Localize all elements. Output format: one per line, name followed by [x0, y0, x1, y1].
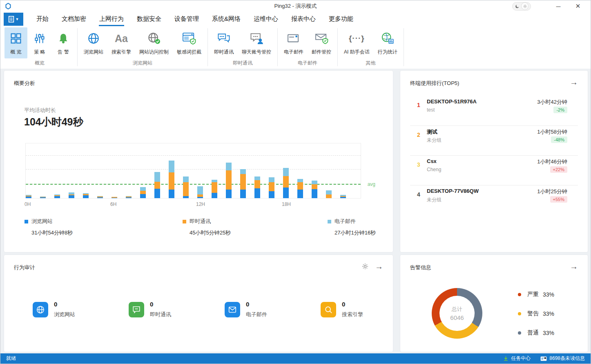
- overview-panel-title: 概要分析: [14, 80, 35, 87]
- top5-row-4[interactable]: 4 DESKTOP-77V86QW 未分组 1小时25分钟 +55%: [410, 185, 578, 215]
- app-window: Ping32 - 演示模式 ─ ✕ ▼ 开始 文档加密 上网行为 数据安全 设备…: [0, 0, 591, 364]
- rank-number: 1: [417, 102, 420, 108]
- bell-icon: [58, 31, 69, 46]
- arrow-right-icon[interactable]: →: [570, 262, 578, 270]
- bar-19H: [297, 179, 303, 198]
- moon-icon[interactable]: [515, 4, 520, 9]
- bar-segment: [283, 168, 289, 176]
- close-button[interactable]: ✕: [572, 1, 584, 11]
- title-bar: Ping32 - 演示模式 ─ ✕: [0, 0, 591, 12]
- browse-websites-button[interactable]: 浏览网站: [80, 27, 107, 58]
- mail-shield-icon: [314, 31, 328, 46]
- ribbon-group-im: 即时通讯 聊天账号管控 即时通讯: [208, 27, 277, 69]
- tab-more-features[interactable]: 更多功能: [322, 12, 360, 26]
- overview-button[interactable]: 概 览: [4, 27, 27, 58]
- tab-report-center[interactable]: 报表中心: [285, 12, 322, 26]
- terminal-ranking-panel: 终端使用排行(TOP5) → 1 DESKTOP-51R976A test 3小…: [400, 70, 588, 252]
- behavior-audit-panel: 行为审计 → 0浏览网站 0即时通讯: [4, 255, 393, 352]
- unread-messages-button[interactable]: 8698条未读信息: [540, 355, 585, 362]
- stat-label: 浏览网站: [54, 311, 75, 318]
- ribbon-group-label: 概览: [35, 58, 45, 69]
- tab-device-management[interactable]: 设备管理: [168, 12, 205, 26]
- stat-value: 0: [246, 301, 267, 308]
- bar-segment: [240, 190, 246, 198]
- aa-icon: Aa: [115, 31, 128, 46]
- stat-label: 搜索引擎: [342, 311, 363, 318]
- usage-time: 1小时46分钟: [537, 158, 567, 165]
- top5-row-3[interactable]: 3 Csx Cheng 1小时46分钟 +22%: [410, 156, 578, 185]
- bar-segment: [312, 184, 317, 189]
- arrow-right-icon[interactable]: →: [375, 262, 383, 270]
- usage-time: 1小时25分钟: [537, 188, 567, 195]
- mail-control-button[interactable]: 邮件管控: [308, 27, 335, 58]
- ai-assistant-session-button[interactable]: {···} AI 助手会话: [340, 27, 373, 58]
- status-ready: 就绪: [6, 355, 16, 362]
- bar-segment: [283, 176, 289, 188]
- tab-ops-center[interactable]: 运维中心: [247, 12, 285, 26]
- gridline: [26, 155, 361, 156]
- stat-browse-websites: 0浏览网站: [33, 301, 75, 318]
- ribbon-group-browsing: 浏览网站 Aa 搜索引擎 网站访问控制 敏感词拦截: [78, 27, 207, 69]
- behavior-statistics-button[interactable]: 行为统计: [374, 27, 401, 58]
- terminal-group: 未分组: [427, 197, 442, 203]
- task-center-button[interactable]: 任务中心: [503, 355, 531, 362]
- tab-internet-behavior[interactable]: 上网行为: [93, 12, 130, 26]
- tab-data-security[interactable]: 数据安全: [130, 12, 168, 26]
- chat-user-icon: [250, 31, 263, 46]
- bar-segment: [326, 190, 332, 194]
- bar-22H: [340, 195, 346, 198]
- bar-segment: [169, 172, 174, 190]
- bar-segment: [169, 190, 174, 198]
- arrow-right-icon[interactable]: →: [570, 78, 578, 86]
- legend-dot-red: [518, 293, 521, 296]
- tab-start[interactable]: 开始: [30, 12, 55, 26]
- bar-segment: [269, 182, 274, 191]
- mail-icon: [225, 302, 240, 317]
- ribbon-group-label: 浏览网站: [133, 58, 152, 69]
- overview-panel: 概要分析 平均活动时长 104小时49秒 avg 浏览网站 31小时54分钟8秒…: [4, 70, 393, 252]
- stat-label: 即时通讯: [150, 311, 171, 318]
- sliders-icon: [34, 31, 45, 46]
- donut-total-label: 总计: [452, 306, 462, 313]
- bar-segment: [297, 190, 303, 198]
- tab-system-network[interactable]: 系统&网络: [205, 12, 247, 26]
- alert-button[interactable]: 告 警: [52, 27, 75, 58]
- bar-segment: [83, 195, 89, 198]
- bar-segment: [169, 161, 174, 172]
- globe-stats-icon: [381, 31, 394, 46]
- instant-messaging-button[interactable]: 即时通讯: [210, 27, 237, 58]
- minimize-button[interactable]: ─: [552, 1, 564, 11]
- top5-row-2[interactable]: 2 测试 未分组 1小时58分钟 -48%: [410, 126, 578, 156]
- bar-segment: [140, 194, 146, 198]
- top5-row-1[interactable]: 1 DESKTOP-51R976A test 3小时42分钟 -2%: [410, 96, 578, 126]
- top5-panel-title: 终端使用排行(TOP5): [410, 80, 459, 87]
- chart-legend-browsing: 浏览网站 31小时54分钟8秒: [25, 218, 73, 237]
- main-menu-button[interactable]: ▼: [4, 13, 23, 26]
- terminal-name: 测试: [427, 128, 437, 136]
- sensitive-word-block-button[interactable]: 敏感词拦截: [173, 27, 205, 58]
- email-button[interactable]: 电子邮件: [280, 27, 307, 58]
- bar-20H: [312, 181, 317, 198]
- change-badge: +55%: [550, 196, 567, 203]
- chat-account-control-button[interactable]: 聊天账号管控: [238, 27, 275, 58]
- bar-21H: [326, 190, 332, 198]
- bar-12H: [197, 186, 203, 198]
- website-access-control-button[interactable]: 网站访问控制: [136, 27, 172, 58]
- sun-icon[interactable]: [522, 3, 528, 9]
- ribbon-group-email: 电子邮件 邮件管控 电子邮件: [278, 27, 337, 69]
- bar-segment: [140, 191, 146, 194]
- bar-11H: [183, 176, 189, 198]
- bar-segment: [254, 180, 260, 188]
- bar-13H: [212, 180, 217, 198]
- theme-toggle[interactable]: [512, 2, 531, 11]
- policy-button[interactable]: 策 略: [28, 27, 51, 58]
- legend-swatch-orange: [183, 220, 186, 223]
- search-engine-button[interactable]: Aa 搜索引擎: [108, 27, 135, 58]
- bar-segment: [183, 176, 189, 182]
- terminal-name: DESKTOP-77V86QW: [427, 188, 479, 194]
- stat-value: 0: [150, 301, 171, 308]
- gear-icon[interactable]: [362, 263, 368, 270]
- bar-segment: [312, 181, 317, 184]
- tab-doc-encryption[interactable]: 文档加密: [55, 12, 93, 26]
- rank-number: 2: [417, 132, 420, 138]
